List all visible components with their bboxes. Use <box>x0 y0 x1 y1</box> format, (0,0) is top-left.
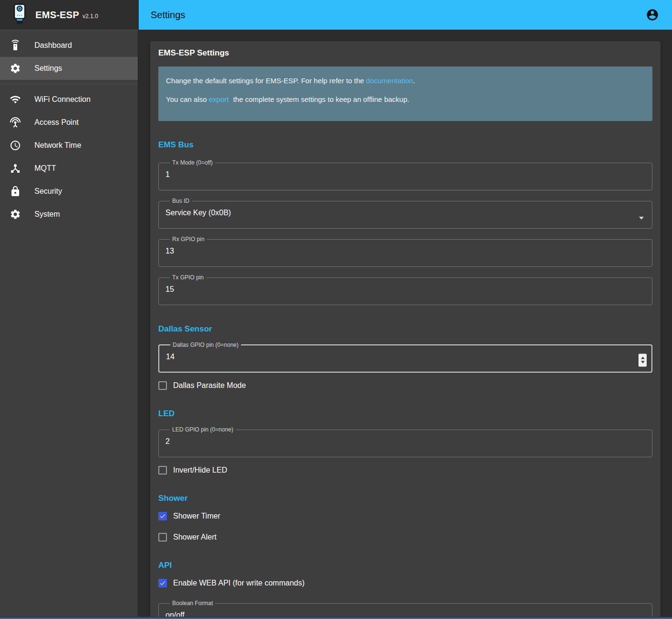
sidebar-item-label: System <box>34 210 60 219</box>
shower-alert-row[interactable]: Shower Alert <box>158 533 652 542</box>
sidebar-item-label: MQTT <box>34 164 56 173</box>
tx-gpio-input[interactable]: 15 <box>165 285 645 294</box>
invert-led-checkbox[interactable] <box>158 466 167 475</box>
card-title: EMS-ESP Settings <box>158 48 652 58</box>
sidebar-item-security[interactable]: Security <box>0 180 138 203</box>
dallas-parasite-checkbox[interactable] <box>158 381 167 390</box>
shower-timer-row[interactable]: Shower Timer <box>158 512 652 520</box>
main-content: EMS-ESP Settings Change the default sett… <box>139 30 672 619</box>
sidebar-item-access-point[interactable]: Access Point <box>0 111 138 134</box>
info-text: . <box>413 77 415 85</box>
enable-web-api-row[interactable]: Enable WEB API (for write commands) <box>158 579 652 587</box>
documentation-link[interactable]: documentation <box>366 77 413 85</box>
field-label: Tx Mode (0=off) <box>170 159 215 166</box>
section-title-api: API <box>158 561 652 570</box>
spinner-down-icon[interactable] <box>641 361 645 364</box>
sidebar-item-dashboard[interactable]: Dashboard <box>0 34 138 57</box>
sidebar-item-label: Network Time <box>34 141 81 150</box>
export-link[interactable]: export <box>209 95 229 103</box>
chevron-down-icon[interactable] <box>639 217 644 220</box>
sidebar-item-system[interactable]: System <box>0 203 138 226</box>
brand: EMS-ESP v2.1.0 <box>35 10 98 21</box>
spinner-up-icon[interactable] <box>641 357 645 359</box>
wifi-icon <box>10 94 21 105</box>
check-icon <box>159 579 166 587</box>
field-label: Dallas GPIO pin (0=none) <box>170 342 241 348</box>
settings-card: EMS-ESP Settings Change the default sett… <box>150 41 661 619</box>
bus-id-select[interactable]: Bus ID Service Key (0x0B) <box>158 198 652 229</box>
field-label: Boolean Format <box>170 600 215 607</box>
field-label: Rx GPIO pin <box>170 236 207 243</box>
dallas-gpio-input[interactable]: 14 <box>166 353 645 361</box>
remote-icon <box>10 40 21 51</box>
appbar: Settings <box>139 0 672 30</box>
info-box: Change the default settings for EMS-ESP.… <box>158 66 652 121</box>
section-title-led: LED <box>158 409 652 419</box>
check-icon <box>159 512 166 520</box>
rx-gpio-field[interactable]: Rx GPIO pin 13 <box>158 236 652 267</box>
section-title-dallas: Dallas Sensor <box>158 324 652 334</box>
account-circle-icon[interactable] <box>646 8 659 22</box>
shower-alert-checkbox[interactable] <box>158 533 167 542</box>
field-label: Tx GPIO pin <box>170 274 206 281</box>
bottom-accent-bar <box>0 617 672 619</box>
clock-icon <box>10 140 21 151</box>
number-spinner[interactable] <box>639 354 647 366</box>
hub-icon <box>10 163 21 174</box>
sidebar-header: EMS-ESP v2.1.0 <box>0 0 138 30</box>
section-title-ems-bus: EMS Bus <box>158 140 652 150</box>
sidebar-item-label: Security <box>34 187 62 196</box>
checkbox-label: Invert/Hide LED <box>173 466 227 475</box>
sidebar-item-mqtt[interactable]: MQTT <box>0 157 138 180</box>
section-title-shower: Shower <box>158 494 652 503</box>
tx-gpio-field[interactable]: Tx GPIO pin 15 <box>158 274 652 305</box>
checkbox-label: Dallas Parasite Mode <box>173 381 246 390</box>
enable-web-api-checkbox[interactable] <box>158 579 167 587</box>
rx-gpio-input[interactable]: 13 <box>165 247 645 255</box>
checkbox-label: Enable WEB API (for write commands) <box>173 579 305 587</box>
lock-icon <box>10 186 21 197</box>
page-title: Settings <box>151 10 185 21</box>
tx-mode-field[interactable]: Tx Mode (0=off) 1 <box>158 159 652 190</box>
bus-id-value[interactable]: Service Key (0x0B) <box>165 209 645 217</box>
checkbox-label: Shower Timer <box>173 512 220 520</box>
sidebar-nav-primary: Dashboard Settings <box>0 30 138 84</box>
invert-led-row[interactable]: Invert/Hide LED <box>158 466 652 475</box>
led-gpio-field[interactable]: LED GPIO pin (0=none) 2 <box>158 426 652 457</box>
dallas-gpio-field[interactable]: Dallas GPIO pin (0=none) 14 <box>158 342 652 373</box>
info-text: You can also <box>166 95 209 103</box>
info-text: the complete system settings to keep an … <box>231 95 409 103</box>
gear-icon <box>10 209 21 220</box>
field-label: Bus ID <box>170 198 192 204</box>
tx-mode-input[interactable]: 1 <box>165 170 645 179</box>
app-name: EMS-ESP <box>35 10 79 21</box>
dallas-parasite-row[interactable]: Dallas Parasite Mode <box>158 381 652 390</box>
sidebar-item-settings[interactable]: Settings <box>0 57 138 80</box>
sidebar-item-wifi-connection[interactable]: WiFi Connection <box>0 88 138 111</box>
info-line-2: You can also export the complete system … <box>166 95 645 103</box>
info-text: Change the default settings for EMS-ESP.… <box>166 77 366 85</box>
boolean-format-select[interactable]: Boolean Format on/off <box>158 600 652 619</box>
shower-timer-checkbox[interactable] <box>158 512 167 520</box>
sidebar-item-label: Dashboard <box>34 41 72 50</box>
app-version: v2.1.0 <box>82 13 98 20</box>
sidebar-item-label: Settings <box>34 64 62 73</box>
sidebar-nav-secondary: WiFi Connection Access Point Network Tim… <box>0 84 138 230</box>
ems-esp-logo <box>13 3 26 26</box>
sidebar: EMS-ESP v2.1.0 Dashboard Settings WiFi C… <box>0 0 138 619</box>
led-gpio-input[interactable]: 2 <box>165 437 645 446</box>
antenna-icon <box>10 117 21 128</box>
info-line-1: Change the default settings for EMS-ESP.… <box>166 77 645 85</box>
sidebar-item-network-time[interactable]: Network Time <box>0 134 138 157</box>
sidebar-item-label: WiFi Connection <box>34 95 90 104</box>
sidebar-item-label: Access Point <box>34 118 78 127</box>
checkbox-label: Shower Alert <box>173 533 217 542</box>
gear-icon <box>10 63 21 74</box>
field-label: LED GPIO pin (0=none) <box>170 426 236 433</box>
